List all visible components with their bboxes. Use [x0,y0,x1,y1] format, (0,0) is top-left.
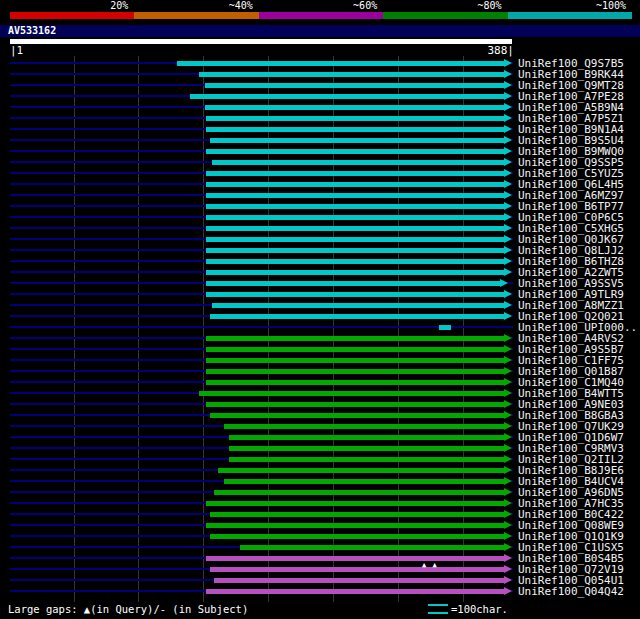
hit-bar[interactable] [210,314,504,319]
hit-bar[interactable] [199,72,504,77]
hit-bar[interactable] [214,490,504,495]
hit-bar-arrowhead [504,147,512,155]
hit-bar[interactable] [210,138,504,143]
hit-row: UniRef100_Q04Q42 [0,586,640,597]
hit-bar[interactable] [206,149,504,154]
hit-bar[interactable] [206,259,504,264]
hit-bar[interactable] [206,556,504,561]
hit-bar[interactable] [439,325,451,330]
hit-bar[interactable] [206,281,500,286]
scale-legend: =100char. [428,602,508,616]
hit-bar[interactable] [206,380,504,385]
hit-bar-arrowhead [504,257,512,265]
hit-bar[interactable] [229,457,504,462]
scale-legend-text: =100char. [451,602,508,616]
hit-bar-arrowhead [500,279,508,287]
hundred-char-bar-icon [428,604,448,614]
hit-bar[interactable] [206,523,504,528]
hit-bar[interactable] [210,567,504,572]
hit-bar-arrowhead [504,59,512,67]
scale-segment [259,12,383,19]
hit-bar[interactable] [210,534,504,539]
ruler-start-label: |1 [10,45,23,56]
scale-label: ~40% [134,0,252,11]
hit-bar-arrowhead [504,576,512,584]
scale-label: 20% [10,0,128,11]
scale-segment [508,12,632,19]
hit-bar[interactable] [206,226,504,231]
hit-bar[interactable] [212,303,504,308]
hit-bar[interactable] [206,270,504,275]
hit-bar-arrowhead [504,136,512,144]
hit-bar-arrowhead [504,114,512,122]
hit-bar[interactable] [206,292,504,297]
hit-bar[interactable] [206,501,504,506]
hit-bar[interactable] [224,479,504,484]
hit-bar[interactable] [206,589,504,594]
hit-bar-arrowhead [504,125,512,133]
scale-label: ~60% [259,0,377,11]
hit-bar[interactable] [206,237,504,242]
hit-bar-arrowhead [504,444,512,452]
hit-bar-arrowhead [504,268,512,276]
hit-bar-arrowhead [504,510,512,518]
query-name: AV533162 [8,25,56,37]
hit-bar-arrowhead [504,433,512,441]
hit-bar-arrowhead [504,554,512,562]
hit-bar[interactable] [206,193,504,198]
hit-bar[interactable] [229,435,504,440]
hit-bar[interactable] [177,61,504,66]
hit-bar[interactable] [210,512,504,517]
hit-bar-arrowhead [504,400,512,408]
hit-bar[interactable] [206,347,504,352]
hit-bar-arrowhead [504,334,512,342]
scale-segment [10,12,134,19]
hit-bar[interactable] [206,215,504,220]
hit-bar[interactable] [206,369,504,374]
hit-bar[interactable] [190,94,504,99]
hit-bar[interactable] [206,402,504,407]
hit-bar[interactable] [206,358,504,363]
query-extent-line [10,326,513,328]
hit-bar[interactable] [210,413,504,418]
hit-bar[interactable] [205,83,504,88]
blast-graphic-overview: 20%~40%~60%~80%~100% AV533162 |1 388| Un… [0,0,640,619]
hit-bar-arrowhead [504,422,512,430]
hit-bar-arrowhead [504,345,512,353]
hit-bar[interactable] [206,127,504,132]
scale-segment [383,12,507,19]
hit-bar-arrowhead [504,488,512,496]
hit-bar[interactable] [224,424,504,429]
query-bar [10,39,512,44]
hit-bar-arrowhead [504,290,512,298]
hit-bar[interactable] [206,204,504,209]
hit-bar-arrowhead [504,213,512,221]
hit-bar-arrowhead [504,70,512,78]
hit-bar-arrowhead [504,532,512,540]
hit-bar[interactable] [206,336,504,341]
hit-bar-arrowhead [504,499,512,507]
hit-bar[interactable] [199,391,504,396]
hit-bar[interactable] [205,105,504,110]
hit-bar-arrowhead [504,521,512,529]
hit-bar[interactable] [206,182,504,187]
hit-bar-arrowhead [504,378,512,386]
hit-bar-arrowhead [504,389,512,397]
footer-legend: Large gaps: ▲(in Query)/- (in Subject) =… [0,602,640,616]
hit-bar[interactable] [229,446,504,451]
hit-bar-arrowhead [504,81,512,89]
hit-bar[interactable] [214,578,504,583]
scale-segment [134,12,258,19]
hit-bar-arrowhead [504,235,512,243]
hit-bar-arrowhead [504,477,512,485]
hit-label[interactable]: UniRef100_Q04Q42 [518,586,624,597]
hit-bar[interactable] [206,116,504,121]
hit-bar[interactable] [218,468,504,473]
hit-bar[interactable] [206,248,504,253]
hit-bar-arrowhead [504,312,512,320]
hit-bar[interactable] [206,171,504,176]
gap-marker-icon: ▲ [422,562,426,569]
hit-bar-arrowhead [504,158,512,166]
hit-bar[interactable] [212,160,504,165]
hit-bar[interactable] [240,545,504,550]
